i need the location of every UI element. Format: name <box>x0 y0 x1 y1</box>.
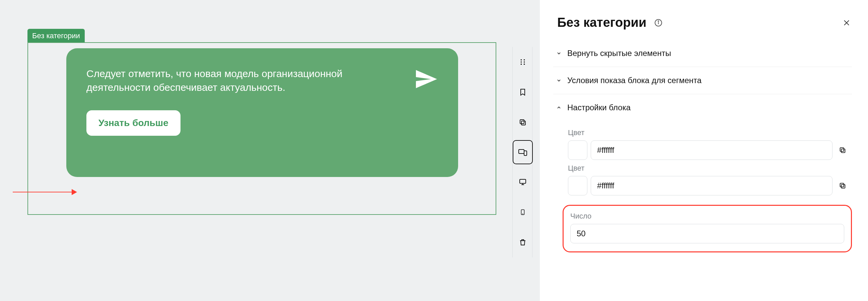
svg-rect-19 <box>840 148 844 152</box>
trash-icon[interactable] <box>513 227 533 257</box>
section-display-conditions-header[interactable]: Условия показа блока для сегмента <box>553 67 852 94</box>
section-label: Вернуть скрытые элементы <box>567 49 671 58</box>
drag-handle-icon[interactable] <box>513 47 533 77</box>
section-block-settings: Настройки блока Цвет Цвет <box>553 94 852 259</box>
chevron-up-icon <box>556 105 562 111</box>
svg-rect-18 <box>841 149 845 153</box>
block-settings-body: Цвет Цвет <box>553 121 852 259</box>
color2-row <box>568 176 849 195</box>
devices-icon[interactable] <box>513 140 533 164</box>
number-field-highlight: Число <box>563 205 852 252</box>
color1-swatch[interactable] <box>568 140 587 160</box>
section-display-conditions: Условия показа блока для сегмента <box>553 67 852 94</box>
svg-rect-21 <box>840 183 844 187</box>
svg-rect-20 <box>841 184 845 188</box>
color1-row <box>568 140 849 160</box>
panel-body[interactable]: Вернуть скрытые элементы Условия показа … <box>540 40 865 301</box>
info-icon[interactable] <box>654 19 662 27</box>
color1-input[interactable] <box>591 140 833 160</box>
svg-rect-8 <box>519 149 524 154</box>
svg-rect-9 <box>524 151 527 156</box>
paper-plane-icon <box>414 67 438 91</box>
bookmark-icon[interactable] <box>513 77 533 107</box>
color2-label: Цвет <box>568 164 849 173</box>
annotation-arrow-icon <box>13 192 76 192</box>
chevron-down-icon <box>556 50 562 56</box>
section-restore-hidden: Вернуть скрытые элементы <box>553 40 852 67</box>
panel-header: Без категории <box>540 0 868 40</box>
svg-rect-7 <box>520 120 524 124</box>
promo-card-text: Следует отметить, что новая модель орган… <box>86 67 368 94</box>
close-icon[interactable] <box>842 19 850 27</box>
copy-color1-button[interactable] <box>836 143 849 157</box>
section-restore-hidden-header[interactable]: Вернуть скрытые элементы <box>553 40 852 67</box>
svg-point-5 <box>524 64 525 65</box>
number-label: Число <box>570 212 844 221</box>
section-block-settings-header[interactable]: Настройки блока <box>553 94 852 121</box>
editor-canvas: Без категории Следует отметить, что нова… <box>0 0 509 301</box>
promo-card[interactable]: Следует отметить, что новая модель орган… <box>66 48 458 177</box>
svg-point-0 <box>521 59 522 61</box>
chevron-down-icon <box>556 77 562 83</box>
copy-color2-button[interactable] <box>836 179 849 192</box>
block-toolbar <box>513 47 532 257</box>
settings-panel: Без категории Вернуть скрытые элементы <box>540 0 868 301</box>
learn-more-button[interactable]: Узнать больше <box>86 110 181 136</box>
svg-rect-6 <box>521 121 525 125</box>
block-category-tag: Без категории <box>27 29 85 43</box>
number-input[interactable] <box>570 224 844 243</box>
color2-swatch[interactable] <box>568 176 587 195</box>
desktop-icon[interactable] <box>513 167 533 197</box>
svg-point-15 <box>658 21 659 22</box>
panel-title: Без категории <box>557 16 646 30</box>
copy-icon[interactable] <box>513 107 533 137</box>
svg-point-1 <box>521 61 522 63</box>
svg-point-3 <box>524 59 525 61</box>
svg-point-2 <box>521 64 522 65</box>
color2-input[interactable] <box>591 176 833 195</box>
section-label: Настройки блока <box>567 103 630 112</box>
svg-point-4 <box>524 61 525 63</box>
section-label: Условия показа блока для сегмента <box>567 76 702 85</box>
svg-rect-10 <box>520 179 526 183</box>
mobile-icon[interactable] <box>513 197 533 227</box>
color1-label: Цвет <box>568 128 849 137</box>
